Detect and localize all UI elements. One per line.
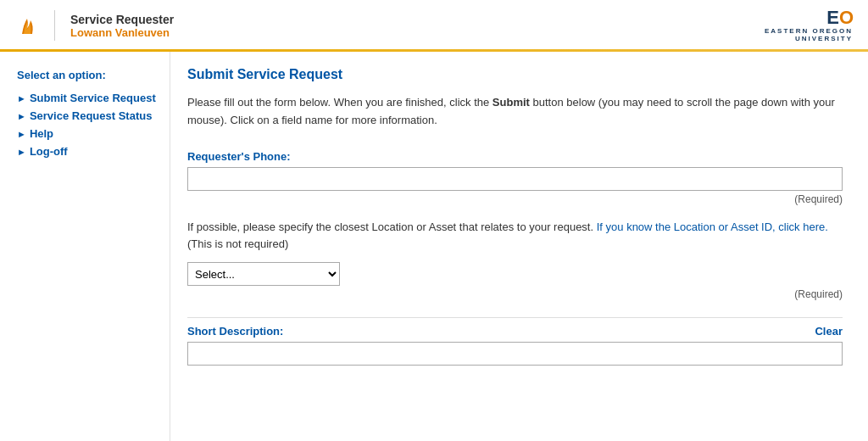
page-title: Submit Service Request (187, 67, 843, 82)
app-title: Service Requester (70, 13, 174, 26)
arrow-icon-logoff: ► (17, 147, 26, 157)
arrow-icon-help: ► (17, 129, 26, 139)
header-title-block: Service Requester Lowann Vanleuven (70, 13, 174, 39)
location-select[interactable]: Select... Option 1 Option 2 Option 3 (187, 262, 340, 286)
intro-text-before: Please fill out the form below. When you… (187, 96, 492, 109)
arrow-icon-submit: ► (17, 93, 26, 103)
location-paragraph: If possible, please specify the closest … (187, 219, 843, 254)
location-required-note: (Required) (187, 288, 843, 300)
user-name[interactable]: Lowann Vanleuven (70, 26, 174, 39)
short-description-label[interactable]: Short Description: (187, 325, 283, 338)
clear-button[interactable]: Clear (815, 325, 843, 338)
header-divider (54, 10, 55, 41)
help-link[interactable]: Help (30, 127, 53, 140)
location-text-before: If possible, please specify the closest … (187, 220, 597, 233)
service-request-status-link[interactable]: Service Request Status (30, 109, 153, 122)
submit-service-request-link[interactable]: Submit Service Request (30, 92, 156, 104)
sidebar-heading: Select an option: (17, 69, 157, 81)
university-text: UNIVERSITY (795, 35, 853, 42)
main-layout: Select an option: ► Submit Service Reque… (0, 52, 868, 441)
flame-logo-icon (15, 14, 39, 37)
eo-o-letter: O (839, 8, 853, 27)
phone-required-note: (Required) (187, 193, 843, 205)
location-text-after: (This is not required) (187, 237, 288, 250)
form-section: Requester's Phone: (Required) If possibl… (187, 150, 843, 366)
intro-paragraph: Please fill out the form below. When you… (187, 94, 843, 130)
sidebar-item-help[interactable]: ► Help (17, 127, 157, 140)
short-description-row: Short Description: Clear (187, 317, 843, 338)
sidebar-nav: ► Submit Service Request ► Service Reque… (17, 92, 157, 158)
location-link[interactable]: If you know the Location or Asset ID, cl… (597, 220, 828, 233)
requester-phone-input[interactable] (187, 167, 843, 191)
sidebar-item-logoff[interactable]: ► Log-off (17, 145, 157, 158)
requester-phone-label[interactable]: Requester's Phone: (187, 150, 843, 163)
sidebar: Select an option: ► Submit Service Reque… (0, 52, 170, 441)
sidebar-item-status[interactable]: ► Service Request Status (17, 109, 157, 122)
sidebar-item-submit[interactable]: ► Submit Service Request (17, 92, 157, 104)
intro-bold: Submit (492, 96, 530, 109)
header-left: Service Requester Lowann Vanleuven (15, 10, 174, 41)
main-content: Submit Service Request Please fill out t… (170, 52, 868, 441)
header-right: E O EASTERN OREGON UNIVERSITY (765, 8, 853, 42)
app-header: Service Requester Lowann Vanleuven E O E… (0, 0, 868, 49)
arrow-icon-status: ► (17, 111, 26, 121)
eastern-oregon-text: EASTERN OREGON (765, 27, 853, 35)
eo-logo: E O EASTERN OREGON UNIVERSITY (765, 8, 853, 42)
short-description-input[interactable] (187, 342, 843, 366)
eo-e-letter: E (826, 8, 838, 27)
log-off-link[interactable]: Log-off (30, 145, 68, 158)
